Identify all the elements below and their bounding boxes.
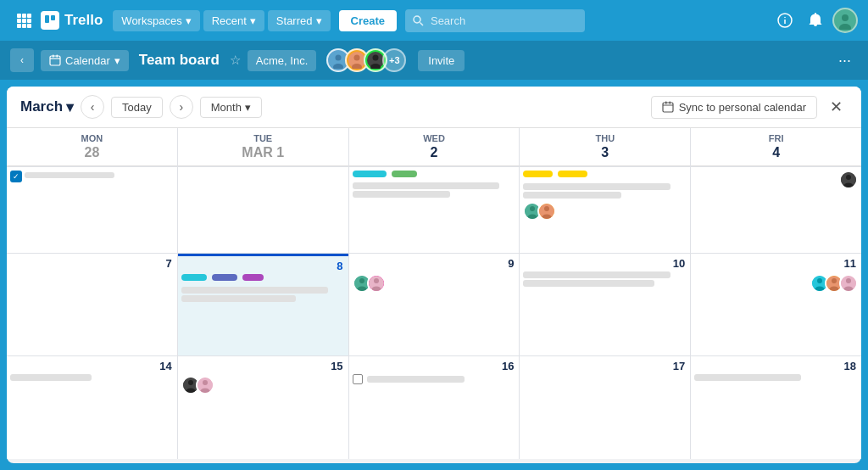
- card-line: [353, 182, 500, 189]
- svg-point-49: [374, 278, 379, 283]
- card-avatar: [839, 171, 858, 189]
- day-num: 7: [7, 254, 177, 271]
- svg-point-43: [846, 175, 851, 180]
- calendar-view-label: Calendar: [65, 54, 110, 67]
- svg-point-40: [544, 206, 549, 211]
- day-4[interactable]: [691, 167, 861, 253]
- user-avatar[interactable]: [832, 8, 858, 33]
- card-avatar: [196, 376, 214, 394]
- today-button[interactable]: Today: [111, 97, 163, 118]
- svg-point-17: [842, 14, 849, 21]
- card-line: [523, 183, 670, 190]
- day-11[interactable]: 11: [691, 254, 861, 356]
- info-button[interactable]: [771, 7, 798, 34]
- search-icon: [412, 14, 424, 26]
- week3-row: 14 15: [7, 356, 861, 459]
- svg-point-46: [359, 278, 364, 283]
- svg-rect-1: [22, 14, 26, 18]
- month-view-button[interactable]: Month ▾: [200, 97, 262, 118]
- header-mon: Mon 28: [7, 128, 177, 166]
- day-num: 15: [178, 356, 348, 374]
- search-wrapper: [405, 9, 585, 32]
- sync-calendar-button[interactable]: Sync to personal calendar: [651, 96, 817, 119]
- header-fri: Fri 4: [691, 128, 861, 166]
- day-17[interactable]: 17: [520, 356, 690, 459]
- card-line: [694, 374, 800, 381]
- search-input[interactable]: [405, 9, 585, 32]
- calendar-icon: [49, 54, 61, 66]
- card-line: [367, 376, 465, 383]
- svg-point-64: [203, 380, 208, 385]
- day-7[interactable]: 7: [7, 254, 177, 356]
- calendar-header-row: Mon 28 Tue Mar 1 Wed 2 Thu 3 Fri 4: [7, 128, 861, 166]
- day-2[interactable]: [349, 167, 520, 253]
- board-header: ‹ Calendar ▾ Team board ☆ Acme, Inc. +3 …: [0, 41, 868, 80]
- day-num-mar1: Mar 1: [185, 145, 342, 160]
- more-options-button[interactable]: ···: [832, 48, 858, 73]
- svg-rect-32: [663, 103, 673, 112]
- starred-menu-button[interactable]: Starred ▾: [268, 10, 331, 31]
- day-16[interactable]: 16: [349, 356, 520, 459]
- day-num-3: 3: [526, 145, 683, 160]
- calendar-view-button[interactable]: Calendar ▾: [41, 50, 129, 71]
- svg-rect-22: [57, 55, 58, 58]
- svg-rect-3: [17, 19, 21, 23]
- member-avatars: +3: [326, 48, 406, 72]
- trello-wordmark: Trello: [64, 12, 103, 29]
- svg-rect-9: [45, 15, 49, 23]
- card-avatar: [839, 274, 858, 293]
- day-28[interactable]: ✓: [7, 167, 177, 253]
- day-num-28: 28: [14, 145, 170, 160]
- week2-row: 7 8 9: [7, 254, 861, 356]
- header-thu: Thu 3: [520, 128, 690, 166]
- day-15[interactable]: 15: [178, 356, 348, 459]
- day-num: 14: [7, 356, 177, 374]
- workspaces-menu-button[interactable]: Workspaces ▾: [113, 10, 199, 31]
- day-18[interactable]: 18: [691, 356, 861, 459]
- day-14[interactable]: 14: [7, 356, 177, 459]
- chevron-icon: ▾: [250, 14, 256, 27]
- star-button[interactable]: ☆: [230, 53, 241, 68]
- header-wed: Wed 2: [349, 128, 520, 166]
- svg-rect-5: [27, 19, 31, 23]
- day-mar1[interactable]: [178, 167, 348, 253]
- day-3[interactable]: [520, 167, 690, 253]
- members-extra-count[interactable]: +3: [382, 48, 406, 72]
- card-line: [523, 280, 654, 287]
- chevron-icon: ▾: [186, 14, 192, 27]
- notifications-button[interactable]: [802, 7, 829, 34]
- prev-month-button[interactable]: ‹: [81, 95, 104, 119]
- invite-button[interactable]: Invite: [418, 50, 465, 71]
- card-line: [353, 191, 451, 198]
- svg-point-52: [817, 278, 822, 283]
- card-line: [181, 287, 329, 294]
- grid-menu-button[interactable]: [10, 7, 37, 34]
- month-title[interactable]: March ▾: [20, 98, 74, 116]
- recent-menu-button[interactable]: Recent ▾: [203, 10, 264, 31]
- svg-rect-19: [50, 56, 60, 65]
- chevron-down-icon: ▾: [114, 54, 120, 67]
- trello-logo[interactable]: Trello: [41, 11, 103, 30]
- close-calendar-button[interactable]: ✕: [824, 95, 848, 119]
- day-num-4: 4: [698, 145, 854, 160]
- svg-rect-2: [27, 14, 31, 18]
- day-8[interactable]: 8: [178, 254, 348, 356]
- svg-point-15: [784, 17, 786, 19]
- card-line: [25, 172, 114, 178]
- card-line: [181, 295, 296, 302]
- day-9[interactable]: 9: [349, 254, 520, 356]
- card-line: [523, 271, 670, 278]
- week1-row: ✓: [7, 167, 861, 253]
- workspace-button[interactable]: Acme, Inc.: [248, 50, 316, 71]
- day-num: 8: [178, 256, 348, 274]
- day-10[interactable]: 10: [520, 254, 690, 356]
- day-num: 9: [349, 254, 520, 271]
- next-month-button[interactable]: ›: [170, 95, 193, 119]
- collapse-sidebar-button[interactable]: ‹: [10, 48, 34, 72]
- svg-rect-0: [17, 14, 21, 18]
- svg-point-30: [373, 55, 379, 61]
- svg-rect-7: [22, 24, 26, 28]
- create-button[interactable]: Create: [339, 10, 397, 31]
- svg-rect-21: [53, 55, 54, 58]
- card-line: [523, 192, 621, 199]
